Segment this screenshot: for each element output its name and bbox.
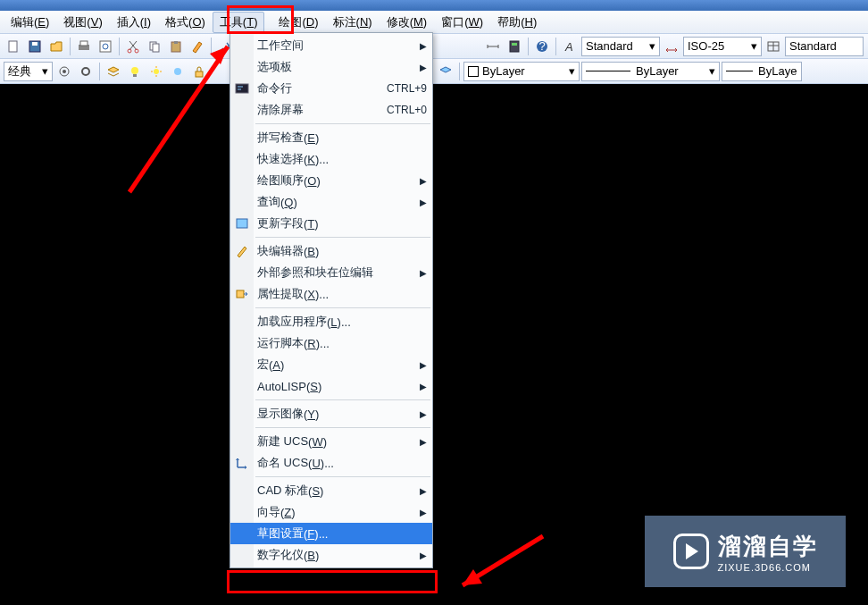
menu-xref-edit[interactable]: 外部参照和块在位编辑▶	[230, 262, 432, 283]
tools-dropdown-menu: 工作空间▶ 选项板▶ 命令行CTRL+9 清除屏幕CTRL+0 拼写检查(E) …	[230, 32, 433, 568]
menu-cleanscreen[interactable]: 清除屏幕CTRL+0	[230, 99, 432, 121]
svg-point-20	[63, 70, 66, 73]
gear-icon[interactable]	[76, 62, 96, 81]
dim-icon[interactable]	[483, 37, 503, 56]
calc-icon[interactable]	[505, 37, 524, 56]
submenu-arrow-icon: ▶	[420, 486, 427, 496]
ws-settings-icon[interactable]	[54, 62, 74, 81]
print-icon[interactable]	[74, 37, 94, 56]
submenu-arrow-icon: ▶	[420, 437, 427, 447]
open-icon[interactable]	[46, 37, 66, 56]
menu-tablet[interactable]: 数字化仪(B)▶	[230, 544, 432, 566]
dim-style-dropdown[interactable]: ISO-25▾	[683, 37, 762, 56]
menu-window[interactable]: 窗口(W)	[434, 12, 490, 33]
separator	[555, 38, 556, 55]
menu-autolisp[interactable]: AutoLISP(S)▶	[230, 375, 432, 397]
svg-point-22	[131, 67, 138, 74]
workspace-dropdown[interactable]: 经典▾	[4, 62, 53, 81]
menu-draworder[interactable]: 绘图顺序(O)▶	[230, 170, 432, 191]
menu-bar: 编辑(E) 视图(V) 插入(I) 格式(O) 工具(T) 绘图(D) 标注(N…	[0, 11, 868, 34]
svg-rect-5	[100, 41, 111, 52]
chevron-down-icon: ▾	[709, 64, 715, 78]
menu-quickselect[interactable]: 快速选择(K)...	[230, 148, 432, 170]
menu-spellcheck[interactable]: 拼写检查(E)	[230, 127, 432, 148]
menu-separator	[255, 476, 430, 477]
watermark-logo: 溜溜自学 ZIXUE.3D66.COM	[645, 516, 846, 587]
menu-named-ucs[interactable]: 命名 UCS(U)...	[230, 452, 432, 474]
color-dropdown[interactable]: ByLayer▾	[463, 62, 580, 81]
separator	[119, 38, 120, 55]
menu-separator	[255, 307, 430, 308]
freeze-icon[interactable]	[168, 62, 188, 81]
menu-load-app[interactable]: 加载应用程序(L)...	[230, 311, 432, 332]
paste-icon[interactable]	[166, 37, 186, 56]
menu-run-script[interactable]: 运行脚本(R)...	[230, 332, 432, 354]
watermark-title: 溜溜自学	[718, 531, 818, 562]
table-style-dropdown[interactable]: Standard	[785, 37, 864, 56]
separator	[99, 63, 100, 80]
menu-commandline[interactable]: 命令行CTRL+9	[230, 78, 432, 99]
menu-workspace[interactable]: 工作空间▶	[230, 35, 432, 56]
lineweight-dropdown[interactable]: ByLaye	[722, 62, 802, 81]
menu-dimension[interactable]: 标注(N)	[326, 12, 380, 33]
menu-new-ucs[interactable]: 新建 UCS(W)▶	[230, 431, 432, 452]
dim-style-icon[interactable]	[662, 37, 681, 56]
menu-insert[interactable]: 插入(I)	[110, 12, 158, 33]
layers-icon[interactable]	[104, 62, 123, 81]
svg-rect-28	[237, 219, 247, 228]
menu-palettes[interactable]: 选项板▶	[230, 56, 432, 78]
menu-cad-standards[interactable]: CAD 标准(S)▶	[230, 480, 432, 501]
chevron-down-icon: ▾	[42, 64, 48, 78]
match-icon[interactable]	[188, 37, 207, 56]
svg-point-21	[82, 68, 89, 75]
menu-drafting-settings[interactable]: 草图设置(F)...	[230, 523, 432, 544]
help-icon[interactable]: ?	[532, 37, 552, 56]
svg-rect-10	[153, 44, 159, 52]
ucs-icon	[234, 455, 250, 471]
menu-format[interactable]: 格式(O)	[158, 12, 213, 33]
menu-updatefields[interactable]: 更新字段(T)	[230, 213, 432, 234]
copy-icon[interactable]	[145, 37, 164, 56]
chevron-down-icon: ▾	[569, 64, 575, 78]
chevron-down-icon: ▾	[649, 39, 655, 53]
menu-inquiry[interactable]: 查询(Q)▶	[230, 191, 432, 213]
submenu-arrow-icon: ▶	[420, 176, 427, 186]
menu-help[interactable]: 帮助(H)	[490, 12, 544, 33]
menu-separator	[255, 399, 430, 400]
sun-icon[interactable]	[146, 62, 166, 81]
table-style-icon[interactable]	[764, 37, 783, 56]
submenu-arrow-icon: ▶	[420, 197, 427, 207]
menu-view[interactable]: 视图(V)	[56, 12, 109, 33]
text-style-icon[interactable]: A	[560, 37, 580, 56]
menu-separator	[255, 123, 430, 124]
new-icon[interactable]	[4, 37, 23, 56]
plot-preview-icon[interactable]	[96, 37, 115, 56]
save-icon[interactable]	[25, 37, 45, 56]
cut-icon[interactable]	[123, 37, 143, 56]
layer-prev-icon[interactable]	[436, 62, 455, 81]
linetype-dropdown[interactable]: ByLayer▾	[581, 62, 720, 81]
svg-rect-2	[32, 42, 38, 46]
menu-attr-extract[interactable]: 属性提取(X)...	[230, 283, 432, 305]
menu-display-image[interactable]: 显示图像(Y)▶	[230, 403, 432, 424]
menu-tools[interactable]: 工具(T)	[213, 12, 265, 33]
field-icon	[234, 215, 250, 231]
text-style-dropdown[interactable]: Standard▾	[581, 37, 660, 56]
chevron-down-icon: ▾	[751, 39, 757, 53]
menu-modify[interactable]: 修改(M)	[380, 12, 435, 33]
bulb-icon[interactable]	[125, 62, 145, 81]
submenu-arrow-icon: ▶	[420, 63, 427, 72]
menu-edit[interactable]: 编辑(E)	[4, 12, 56, 33]
submenu-arrow-icon: ▶	[420, 268, 427, 278]
lock-icon[interactable]	[189, 62, 209, 81]
menu-blockeditor[interactable]: 块编辑器(B)	[230, 240, 432, 262]
menu-wizards[interactable]: 向导(Z)▶	[230, 501, 432, 523]
submenu-arrow-icon: ▶	[420, 360, 427, 370]
submenu-arrow-icon: ▶	[420, 508, 427, 517]
menu-macro[interactable]: 宏(A)▶	[230, 354, 432, 375]
svg-rect-13	[510, 41, 519, 52]
menu-draw[interactable]: 绘图(D)	[271, 12, 325, 33]
svg-text:?: ?	[538, 39, 545, 53]
svg-point-24	[154, 69, 159, 74]
svg-rect-12	[174, 41, 178, 44]
